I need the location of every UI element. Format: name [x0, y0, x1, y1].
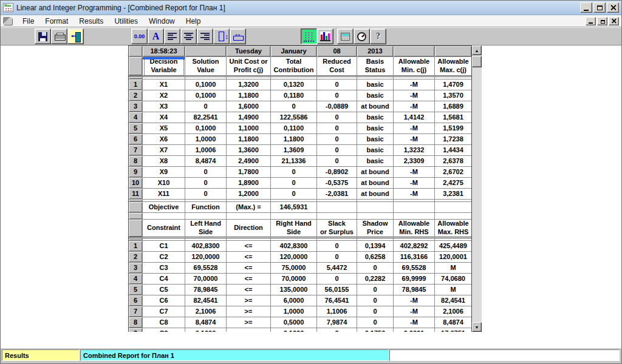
grid-cell[interactable]: 402,8292	[394, 241, 435, 252]
grid-cell[interactable]	[357, 202, 394, 213]
grid-cell[interactable]: 82,2541	[185, 112, 227, 123]
scrollbar-thumb[interactable]	[472, 56, 482, 67]
date-cell[interactable]: Tuesday	[227, 46, 271, 57]
grid-cell[interactable]: 2,1006	[185, 306, 227, 317]
column-header[interactable]: Allowable Max. c(j)	[435, 57, 472, 77]
grid-cell[interactable]: 0,1000	[271, 328, 317, 332]
grid-cell[interactable]: 1,6000	[227, 101, 271, 112]
grid-cell[interactable]: X1	[143, 79, 185, 90]
grid-cell[interactable]: C3	[143, 263, 185, 274]
column-header[interactable]: Allowable Max. RHS	[435, 220, 472, 238]
grid-cell[interactable]: basic	[357, 79, 394, 90]
date-cell[interactable]: 18:58:23	[143, 46, 185, 57]
grid-cell[interactable]: 78,9845	[394, 285, 435, 295]
menu-item-file[interactable]: File	[17, 16, 39, 27]
grid-cell[interactable]: 0	[317, 328, 357, 332]
date-cell[interactable]	[394, 46, 435, 57]
grid-cell[interactable]: 56,0155	[317, 285, 357, 295]
grid-cell[interactable]: 0	[271, 167, 317, 178]
date-cell[interactable]: 2013	[357, 46, 394, 57]
grid-cell[interactable]: 0	[317, 145, 357, 156]
date-cell[interactable]	[435, 46, 472, 57]
grid-cell[interactable]: 0	[357, 285, 394, 295]
grid-cell[interactable]: basic	[357, 134, 394, 145]
menu-item-results[interactable]: Results	[73, 16, 109, 27]
grid-cell[interactable]: 1,4900	[227, 112, 271, 123]
grid-cell[interactable]: 0,1000	[185, 90, 227, 101]
grid-cell[interactable]: 425,4489	[435, 241, 472, 252]
grid-cell[interactable]: 2,3309	[394, 156, 435, 167]
grid-cell[interactable]: 0,1000	[185, 123, 227, 134]
grid-cell[interactable]: basic	[357, 112, 394, 123]
grid-cell[interactable]: 135,0000	[271, 285, 317, 295]
row-header[interactable]	[129, 220, 143, 238]
grid-cell[interactable]: 122,5586	[271, 112, 317, 123]
grid-cell[interactable]	[394, 213, 435, 220]
grid-cell[interactable]: 0	[185, 178, 227, 189]
column-header[interactable]: Right Hand Side	[271, 220, 317, 238]
grid-cell[interactable]: -0,5375	[317, 178, 357, 189]
grid-cell[interactable]: 70,0000	[185, 274, 227, 285]
maximize-button[interactable]	[593, 2, 606, 13]
grid-cell[interactable]: -M	[394, 79, 435, 90]
grid-cell[interactable]: 1,3609	[271, 145, 317, 156]
row-header[interactable]	[129, 202, 143, 213]
grid-cell[interactable]: C2	[143, 252, 185, 263]
grid-cell[interactable]	[394, 202, 435, 213]
row-header[interactable]: 2	[129, 252, 143, 263]
column-header[interactable]: Slack or Surplus	[317, 220, 357, 238]
column-header[interactable]: Left Hand Side	[185, 220, 227, 238]
mdi-close-button[interactable]	[609, 17, 619, 25]
grid-cell[interactable]: X7	[143, 145, 185, 156]
grid-cell[interactable]: 0,6258	[357, 252, 394, 263]
grid-cell[interactable]: 2,6702	[435, 167, 472, 178]
grid-cell[interactable]: 0	[185, 189, 227, 200]
row-header[interactable]: 4	[129, 274, 143, 285]
grid-cell[interactable]: C7	[143, 306, 185, 317]
grid-cell[interactable]: 120,0000	[185, 252, 227, 263]
grid-cell[interactable]: <=	[227, 252, 271, 263]
grid-cell[interactable]: 0,2282	[357, 274, 394, 285]
grid-cell[interactable]: 1,3232	[394, 145, 435, 156]
print-button[interactable]	[51, 29, 67, 44]
row-header[interactable]: 11	[129, 189, 143, 200]
grid-cell[interactable]: 0,1100	[271, 123, 317, 134]
row-header[interactable]: 5	[129, 285, 143, 295]
grid-cell[interactable]: C5	[143, 285, 185, 295]
grid-cell[interactable]	[271, 213, 317, 220]
grid-cell[interactable]: 1,3570	[435, 90, 472, 101]
grid-cell[interactable]: 8,4874	[435, 317, 472, 328]
grid-cell[interactable]: X6	[143, 134, 185, 145]
grid-cell[interactable]: 1,1800	[271, 134, 317, 145]
row-header[interactable]	[129, 57, 143, 77]
grid-cell[interactable]: -M	[394, 306, 435, 317]
row-header[interactable]: 8	[129, 317, 143, 328]
column-header[interactable]: Solution Value	[185, 57, 227, 77]
grid-cell[interactable]: 1,4709	[435, 79, 472, 90]
grid-cell[interactable]: <=	[227, 241, 271, 252]
grid-cell[interactable]: Function	[185, 202, 227, 213]
grid-cell[interactable]: Objective	[143, 202, 185, 213]
grid-cell[interactable]: 82,4541	[435, 295, 472, 306]
help-button[interactable]: ?	[370, 29, 386, 44]
grid-cell[interactable]: C6	[143, 295, 185, 306]
row-header[interactable]: 5	[129, 123, 143, 134]
row-height-button[interactable]	[213, 29, 230, 44]
grid-cell[interactable]: 116,3166	[394, 252, 435, 263]
grid-cell[interactable]: (Max.) =	[227, 202, 271, 213]
grid-cell[interactable]: <=	[227, 274, 271, 285]
grid-cell[interactable]: 1,3200	[227, 79, 271, 90]
grid-cell[interactable]: 1,0000	[185, 134, 227, 145]
grid-cell[interactable]: 120,0000	[271, 252, 317, 263]
grid-cell[interactable]: X3	[143, 101, 185, 112]
grid-cell[interactable]: at bound	[357, 101, 394, 112]
grid-cell[interactable]: 2,4900	[227, 156, 271, 167]
grid-cell[interactable]: <=	[227, 285, 271, 295]
row-header[interactable]: 2	[129, 90, 143, 101]
grid-cell[interactable]: basic	[357, 145, 394, 156]
menu-item-window[interactable]: Window	[143, 16, 180, 27]
date-cell[interactable]: January	[271, 46, 317, 57]
grid-cell[interactable]: 402,8300	[185, 241, 227, 252]
column-header[interactable]: Unit Cost or Profit c(j)	[227, 57, 271, 77]
grid-cell[interactable]: 0	[271, 178, 317, 189]
